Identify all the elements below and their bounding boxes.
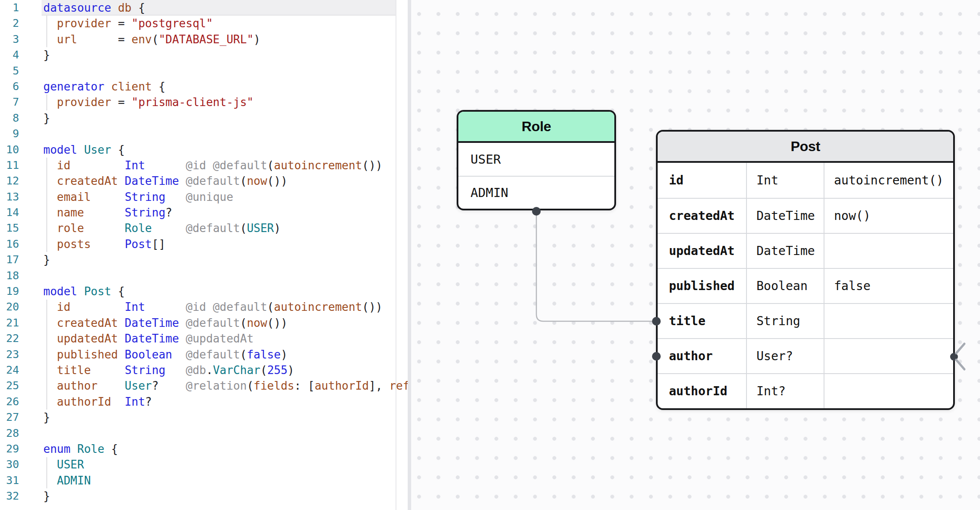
- table-row-author[interactable]: authorUser?: [658, 338, 953, 373]
- relation-edge: [536, 211, 654, 321]
- table-node-role[interactable]: Role USERADMIN: [457, 110, 616, 210]
- line-number: 32: [0, 488, 19, 504]
- line-number: 15: [0, 220, 19, 236]
- relation-arrow-icon: [956, 360, 964, 369]
- enum-value-row[interactable]: ADMIN: [458, 176, 614, 209]
- code-line[interactable]: 16 posts Post[]: [0, 236, 408, 252]
- code-line[interactable]: 14 name String?: [0, 205, 408, 220]
- cell-type: Boolean: [746, 269, 824, 303]
- code-line[interactable]: 24 title String @db.VarChar(255): [0, 362, 408, 378]
- code-line[interactable]: 12 createdAt DateTime @default(now()): [0, 173, 408, 189]
- code-line[interactable]: 4}: [0, 47, 408, 63]
- cell-default: false: [824, 269, 953, 303]
- code-line[interactable]: 8}: [0, 110, 408, 126]
- cell-default: [824, 374, 953, 408]
- line-number: 1: [0, 0, 19, 16]
- cell-field: authorId: [658, 374, 746, 408]
- code-line[interactable]: 30 USER: [0, 457, 408, 472]
- code-line[interactable]: 7 provider = "prisma-client-js": [0, 94, 408, 110]
- code-line[interactable]: 21 createdAt DateTime @default(now()): [0, 315, 408, 331]
- table-node-post[interactable]: Post idIntautoincrement()createdAtDateTi…: [656, 130, 955, 410]
- pane-divider[interactable]: [408, 0, 411, 510]
- line-number: 17: [0, 252, 19, 268]
- cell-type: DateTime: [746, 234, 824, 268]
- table-row-authorId[interactable]: authorIdInt?: [658, 373, 953, 408]
- code-line[interactable]: 5: [0, 63, 408, 79]
- code-line[interactable]: 20 id Int @id @default(autoincrement()): [0, 299, 408, 315]
- code-text: model Post {: [43, 284, 125, 299]
- line-number: 14: [0, 205, 19, 220]
- code-line[interactable]: 19model Post {: [0, 284, 408, 299]
- code-line[interactable]: 26 authorId Int?: [0, 394, 408, 410]
- code-text: enum Role {: [43, 441, 118, 457]
- code-text: name String?: [43, 205, 172, 220]
- cell-type: User?: [746, 339, 824, 373]
- enum-value-row[interactable]: USER: [458, 143, 614, 176]
- code-text: provider = "prisma-client-js": [43, 94, 253, 110]
- code-line[interactable]: 28: [0, 426, 408, 441]
- code-text: createdAt DateTime @default(now()): [43, 173, 288, 189]
- line-number: 5: [0, 63, 19, 79]
- code-line[interactable]: 29enum Role {: [0, 441, 408, 457]
- code-line[interactable]: 2 provider = "postgresql": [0, 16, 408, 31]
- code-line[interactable]: 9: [0, 126, 408, 142]
- table-row-updatedAt[interactable]: updatedAtDateTime: [658, 233, 953, 268]
- code-line[interactable]: 6generator client {: [0, 79, 408, 94]
- code-line[interactable]: 13 email String @unique: [0, 189, 408, 205]
- schema-code-editor[interactable]: 1datasource db {2 provider = "postgresql…: [0, 0, 408, 510]
- code-line[interactable]: 23 published Boolean @default(false): [0, 347, 408, 362]
- line-number: 28: [0, 426, 19, 441]
- line-number: 11: [0, 158, 19, 173]
- role-node-header[interactable]: Role: [458, 112, 614, 143]
- line-number: 22: [0, 331, 19, 346]
- cell-default: [824, 304, 953, 338]
- line-number: 6: [0, 79, 19, 94]
- code-text: id Int @id @default(autoincrement()): [43, 158, 383, 173]
- code-line[interactable]: 18: [0, 268, 408, 284]
- code-text: model User {: [43, 142, 125, 158]
- code-line[interactable]: 15 role Role @default(USER): [0, 220, 408, 236]
- cell-type: DateTime: [746, 199, 824, 233]
- code-line[interactable]: 27}: [0, 410, 408, 425]
- code-text: }: [43, 488, 50, 504]
- code-line[interactable]: 25 author User? @relation(fields: [autho…: [0, 378, 408, 394]
- line-number: 3: [0, 32, 19, 47]
- code-text: provider = "postgresql": [43, 16, 213, 31]
- code-text: generator client {: [43, 79, 165, 94]
- code-text: title String @db.VarChar(255): [43, 362, 294, 378]
- diagram-canvas[interactable]: Role USERADMIN Post idIntautoincrement()…: [411, 0, 980, 510]
- code-line[interactable]: 32}: [0, 488, 408, 504]
- table-row-published[interactable]: publishedBooleanfalse: [658, 268, 953, 303]
- line-number: 31: [0, 473, 19, 488]
- code-line[interactable]: 22 updatedAt DateTime @updatedAt: [0, 331, 408, 346]
- line-number: 27: [0, 410, 19, 425]
- code-text: authorId Int?: [43, 394, 152, 410]
- post-node-header[interactable]: Post: [658, 132, 953, 163]
- code-text: }: [43, 410, 50, 425]
- code-line[interactable]: 11 id Int @id @default(autoincrement()): [0, 158, 408, 173]
- line-number: 21: [0, 315, 19, 331]
- line-number: 19: [0, 284, 19, 299]
- code-line[interactable]: 31 ADMIN: [0, 473, 408, 488]
- code-text: id Int @id @default(autoincrement()): [43, 299, 383, 315]
- cell-type: Int: [746, 163, 824, 198]
- code-text: updatedAt DateTime @updatedAt: [43, 331, 253, 346]
- line-number: 24: [0, 362, 19, 378]
- table-row-id[interactable]: idIntautoincrement(): [658, 163, 953, 198]
- editor-right-border: [396, 0, 396, 510]
- code-text: author User? @relation(fields: [authorId…: [43, 378, 408, 394]
- line-number: 18: [0, 268, 19, 284]
- table-row-createdAt[interactable]: createdAtDateTimenow(): [658, 198, 953, 233]
- code-line[interactable]: 10model User {: [0, 142, 408, 158]
- table-row-title[interactable]: titleString: [658, 303, 953, 338]
- cell-field: published: [658, 269, 746, 303]
- code-text: }: [43, 252, 50, 268]
- code-line[interactable]: 17}: [0, 252, 408, 268]
- code-line[interactable]: 3 url = env("DATABASE_URL"): [0, 32, 408, 47]
- code-line[interactable]: 1datasource db {: [0, 0, 408, 16]
- line-number: 8: [0, 110, 19, 126]
- code-text: posts Post[]: [43, 236, 165, 252]
- role-node-body: USERADMIN: [458, 143, 614, 209]
- code-text: datasource db {: [43, 0, 145, 16]
- line-number: 10: [0, 142, 19, 158]
